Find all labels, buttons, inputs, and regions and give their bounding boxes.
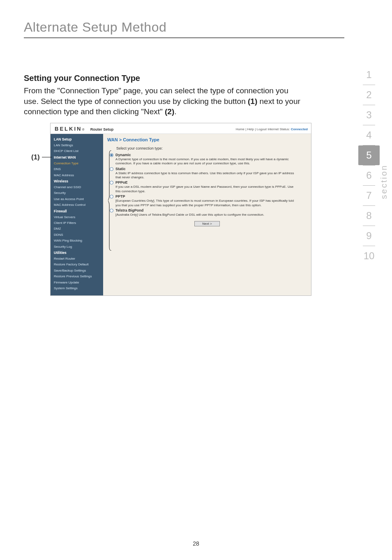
sidebar-item[interactable]: Save/Backup Settings — [51, 268, 103, 274]
main-panel: WAN > Connection Type Select your connec… — [103, 134, 311, 295]
ref-1-inline: (1) — [248, 97, 257, 106]
sidebar-item[interactable]: Restore Previous Settings — [51, 274, 103, 279]
sidebar-item: Internet WAN — [51, 154, 103, 161]
section-tab-8[interactable]: 8 — [358, 206, 380, 226]
option-body: PPPoEIf you use a DSL modem and/or your … — [115, 180, 307, 194]
sidebar-item[interactable]: Restart Router — [51, 256, 103, 262]
option-desc: A Static IP address connection type is l… — [115, 171, 299, 180]
option-title: Dynamic — [115, 153, 299, 157]
sidebar-item[interactable]: Use as Access Point — [51, 196, 103, 202]
sidebar-item[interactable]: DMZ — [51, 226, 103, 232]
sidebar-item[interactable]: Security Log — [51, 244, 103, 250]
sidebar-item[interactable]: MAC Address — [51, 173, 103, 178]
topbar-links[interactable]: Home | Help | Logout Internet Status: — [236, 127, 291, 131]
option-body: Telstra BigPond[Australia Only] Users of… — [115, 208, 307, 217]
sidebar-item: LAN Setup — [51, 136, 103, 143]
title-rule — [24, 37, 344, 38]
sidebar-item[interactable]: System Settings — [51, 286, 103, 291]
options-brace-icon — [108, 150, 112, 251]
section-tab-6[interactable]: 6 — [358, 166, 380, 185]
sidebar-item[interactable]: Restore Factory Default — [51, 262, 103, 267]
sidebar-item[interactable]: MAC Address Control — [51, 202, 103, 208]
callout-1: (1) — [31, 153, 40, 161]
topbar-left: BELKIN® Router Setup — [55, 126, 113, 132]
connection-option: StaticA Static IP address connection typ… — [107, 167, 307, 180]
sidebar-nav: LAN SetupLAN SettingsDHCP Client ListInt… — [51, 134, 103, 295]
sidebar-item[interactable]: Virtual Servers — [51, 214, 103, 220]
topbar-title: Router Setup — [85, 127, 114, 131]
option-body: StaticA Static IP address connection typ… — [115, 167, 307, 180]
para-period: . — [174, 107, 176, 116]
option-desc: [Australia Only] Users of Telstra BigPon… — [115, 213, 299, 217]
ref-2-inline: (2) — [165, 107, 174, 116]
sidebar-item[interactable]: WAN Ping Blocking — [51, 238, 103, 244]
topbar-right: Home | Help | Logout Internet Status: Co… — [236, 127, 308, 132]
sidebar-item: Firewall — [51, 208, 103, 214]
sidebar-item[interactable]: LAN Settings — [51, 143, 103, 148]
next-button[interactable]: Next > — [194, 221, 219, 226]
page-number: 28 — [0, 540, 392, 547]
section-tab-9[interactable]: 9 — [358, 226, 380, 246]
intro-paragraph: From the "Connection Type" page, you can… — [24, 85, 303, 117]
section-tab-4[interactable]: 4 — [358, 125, 380, 145]
section-heading: Setting your Connection Type — [24, 74, 368, 83]
page-title: Alternate Setup Method — [24, 20, 368, 35]
screenshot-wrapper: (1) (2) BELKIN® Router Setup Home | Help… — [50, 123, 368, 296]
main-panel-title: WAN > Connection Type — [107, 137, 307, 142]
document-page: Alternate Setup Method Setting your Conn… — [0, 0, 392, 560]
section-tabs: 12345678910 — [358, 65, 380, 266]
sidebar-item[interactable]: Security — [51, 190, 103, 196]
brand-logo: BELKIN® — [55, 126, 84, 132]
sidebar-item[interactable]: Channel and SSID — [51, 184, 103, 190]
section-tab-2[interactable]: 2 — [358, 85, 380, 105]
connection-type-options: DynamicA Dynamic type of connection is t… — [107, 153, 307, 217]
section-tab-5[interactable]: 5 — [358, 145, 380, 165]
callout-1-leader — [42, 157, 52, 157]
sidebar-item[interactable]: Client IP Filters — [51, 220, 103, 226]
option-desc: [European Countries Only]. This type of … — [115, 199, 299, 207]
next-button-row: Next > — [107, 221, 307, 226]
option-body: PPTP[European Countries Only]. This type… — [115, 194, 307, 207]
option-body: DynamicA Dynamic type of connection is t… — [115, 153, 307, 166]
option-desc: If you use a DSL modem and/or your ISP g… — [115, 185, 299, 194]
side-label: section — [379, 164, 389, 199]
sidebar-item: Utilities — [51, 250, 103, 256]
option-title: PPTP — [115, 194, 299, 198]
sidebar-item[interactable]: DNS — [51, 166, 103, 172]
screenshot-body: LAN SetupLAN SettingsDHCP Client ListInt… — [51, 134, 311, 295]
router-screenshot: BELKIN® Router Setup Home | Help | Logou… — [50, 123, 311, 296]
screenshot-topbar: BELKIN® Router Setup Home | Help | Logou… — [51, 123, 311, 134]
internet-status: Connected — [291, 127, 308, 131]
section-tab-3[interactable]: 3 — [358, 105, 380, 125]
connection-option: PPPoEIf you use a DSL modem and/or your … — [107, 180, 307, 194]
option-title: PPPoE — [115, 180, 299, 184]
section-tab-7[interactable]: 7 — [358, 186, 380, 205]
connection-option: DynamicA Dynamic type of connection is t… — [107, 153, 307, 166]
sidebar-item[interactable]: Connection Type — [51, 161, 103, 166]
main-panel-subtitle: Select your connection type: — [116, 146, 307, 150]
connection-option: PPTP[European Countries Only]. This type… — [107, 194, 307, 207]
section-tab-10[interactable]: 10 — [358, 246, 380, 266]
option-title: Telstra BigPond — [115, 208, 299, 212]
connection-option: Telstra BigPond[Australia Only] Users of… — [107, 208, 307, 217]
sidebar-item: Wireless — [51, 178, 103, 184]
option-title: Static — [115, 167, 299, 171]
sidebar-item[interactable]: Firmware Update — [51, 280, 103, 286]
section-tab-1[interactable]: 1 — [358, 65, 380, 85]
sidebar-item[interactable]: DDNS — [51, 232, 103, 238]
sidebar-item[interactable]: DHCP Client List — [51, 148, 103, 154]
option-desc: A Dynamic type of connection is the most… — [115, 157, 299, 166]
